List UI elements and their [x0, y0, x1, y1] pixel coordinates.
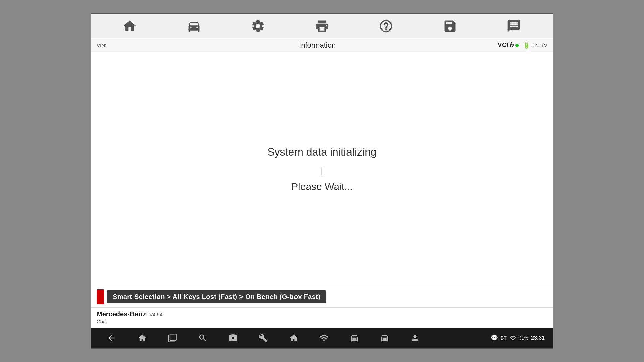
car-line: Car:	[97, 319, 547, 324]
battery-voltage: 12.11V	[531, 42, 547, 48]
vci-status: VCI b	[498, 41, 519, 49]
settings-button[interactable]	[246, 16, 270, 36]
vci-nav-button[interactable]	[309, 328, 339, 348]
info-bar: VIN: Information VCI b 🔋 12.11V	[91, 38, 553, 52]
save-button[interactable]	[438, 16, 462, 36]
recents-button[interactable]	[157, 328, 187, 348]
back-button[interactable]	[97, 328, 127, 348]
system-time: 23:31	[531, 335, 545, 341]
car-version: V4.54	[149, 312, 162, 317]
help-button[interactable]	[374, 16, 398, 36]
search-button[interactable]	[187, 328, 218, 348]
breadcrumb-bar: Smart Selection > All Keys Lost (Fast) >…	[91, 286, 553, 307]
wifi-icon	[509, 335, 516, 341]
car3-button[interactable]	[370, 328, 400, 348]
camera-button[interactable]	[218, 328, 248, 348]
tools-button[interactable]	[248, 328, 278, 348]
message-button[interactable]	[502, 16, 526, 36]
vci-dot	[515, 44, 519, 47]
battery-icon: 🔋	[523, 42, 530, 49]
red-indicator	[97, 289, 104, 304]
print-button[interactable]	[310, 16, 334, 36]
house2-button[interactable]	[278, 328, 309, 348]
car-brand: Mercedes-Benz	[97, 310, 146, 318]
bt-label: BT	[501, 335, 507, 341]
car2-button[interactable]	[339, 328, 369, 348]
android-nav-bar: 💬 BT 31% 23:31	[91, 328, 553, 348]
person-button[interactable]	[400, 328, 430, 348]
please-wait-text: Please Wait...	[291, 181, 353, 192]
toolbar	[91, 14, 553, 38]
car-button[interactable]	[182, 16, 206, 36]
chat-icon: 💬	[491, 334, 498, 342]
battery-percentage: 31%	[519, 335, 528, 341]
page-title: Information	[137, 41, 498, 50]
breadcrumb-path: Smart Selection > All Keys Lost (Fast) >…	[107, 290, 326, 303]
home-button[interactable]	[118, 16, 142, 36]
battery-info: 🔋 12.11V	[523, 42, 547, 49]
car-info-bar: Mercedes-Benz V4.54 Car:	[91, 307, 553, 328]
status-area: VCI b 🔋 12.11V	[498, 41, 547, 49]
spinner: |	[321, 165, 323, 176]
initializing-text: System data initializing	[267, 146, 376, 158]
main-content: System data initializing | Please Wait..…	[91, 52, 553, 286]
nav-status-area: 💬 BT 31% 23:31	[491, 334, 547, 342]
vin-label: VIN:	[97, 42, 137, 48]
nav-home-button[interactable]	[127, 328, 157, 348]
